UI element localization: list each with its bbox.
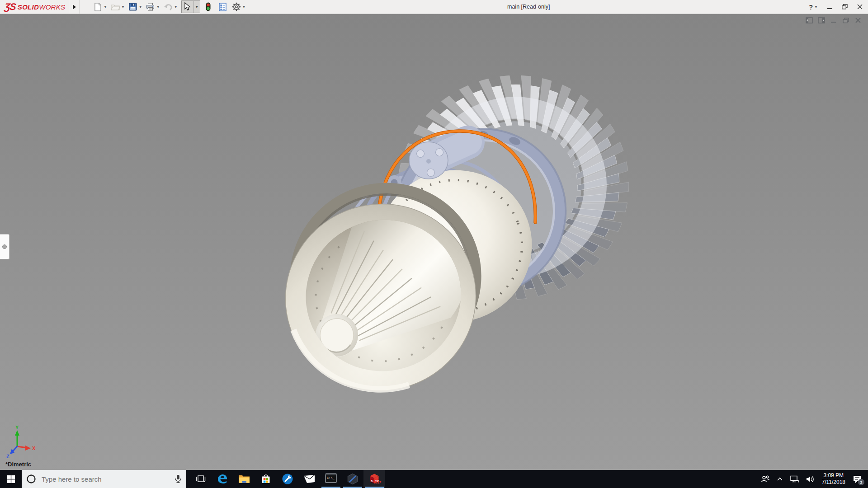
doc-restore-button[interactable] <box>842 17 849 23</box>
close-button[interactable] <box>857 4 863 9</box>
command-prompt-button[interactable]: C:\_ <box>320 470 342 488</box>
new-dropdown[interactable]: ▼ <box>104 5 107 9</box>
help-button[interactable]: ?▼ <box>809 3 818 11</box>
solidworks-window: ƷS SOLID WORKS ▼ ▼ <box>0 0 868 488</box>
save-button[interactable] <box>127 1 138 12</box>
select-dropdown[interactable]: ▼ <box>193 1 200 13</box>
print-button[interactable] <box>145 1 156 12</box>
print-dropdown[interactable]: ▼ <box>156 5 160 9</box>
engine-3d-model[interactable]: Y X Z <box>0 14 868 470</box>
start-button[interactable] <box>0 470 22 488</box>
sw-year-label: 2017 <box>374 481 381 484</box>
clock-date: 7/11/2018 <box>822 479 846 486</box>
microphone-icon[interactable] <box>175 474 182 483</box>
file-explorer-button[interactable] <box>233 470 255 488</box>
mail-button[interactable] <box>298 470 320 488</box>
solidworks-2017-button[interactable]: S W 2017 <box>363 470 385 488</box>
triad-z-label: Z <box>6 454 9 459</box>
document-window-controls <box>806 17 862 23</box>
menu-flyout-button[interactable] <box>69 0 80 14</box>
options-gear-icon <box>232 2 241 11</box>
window-controls: ?▼ <box>809 0 863 14</box>
logo-works-text: WORKS <box>39 3 65 11</box>
hexagon-app-button[interactable] <box>342 470 363 488</box>
file-properties-button[interactable] <box>217 1 228 12</box>
logo-glyph: ƷS <box>4 1 16 12</box>
titlebar: ƷS SOLID WORKS ▼ ▼ <box>0 0 868 14</box>
people-icon <box>761 475 770 483</box>
rebuild-trafficlight-icon <box>206 2 211 11</box>
options-button[interactable] <box>231 1 242 12</box>
restore-icon <box>842 4 848 9</box>
command-prompt-text: C:\_ <box>327 476 335 480</box>
expand-pane-right-button[interactable] <box>818 17 825 23</box>
task-view-icon <box>196 474 206 484</box>
tools-app-icon <box>282 473 293 485</box>
select-button[interactable] <box>182 1 193 12</box>
edge-icon <box>217 473 228 485</box>
edge-button[interactable] <box>212 470 233 488</box>
doc-minimize-button[interactable] <box>830 17 837 23</box>
document-title: main [Read-only] <box>507 0 550 14</box>
hidden-icons-chevron[interactable] <box>774 470 786 488</box>
volume-button[interactable] <box>802 470 818 488</box>
print-icon <box>146 3 155 11</box>
doc-close-button[interactable] <box>854 17 862 23</box>
open-button[interactable] <box>110 1 121 12</box>
flyout-arrow-icon <box>72 5 76 9</box>
options-dropdown[interactable]: ▼ <box>242 5 246 9</box>
mail-icon <box>303 474 315 483</box>
new-document-icon <box>94 3 102 11</box>
windows-logo-icon <box>7 475 15 483</box>
close-icon <box>857 4 863 9</box>
open-folder-icon <box>111 3 120 10</box>
notification-badge: 3 <box>858 479 864 485</box>
chevron-up-icon <box>777 477 783 481</box>
people-button[interactable] <box>757 470 774 488</box>
clock-time: 3:09 PM <box>823 472 844 479</box>
file-explorer-icon <box>238 474 250 484</box>
triad-x-label: X <box>32 446 36 451</box>
save-dropdown[interactable]: ▼ <box>139 5 142 9</box>
flyout-tab-dot-icon <box>2 244 7 249</box>
graphics-viewport: Y X Z *Dimetric <box>0 14 868 470</box>
undo-button[interactable] <box>163 1 174 12</box>
taskbar-search-box[interactable] <box>22 470 186 488</box>
system-tray: 3:09 PM 7/11/2018 3 <box>757 470 868 488</box>
network-icon <box>790 475 799 483</box>
file-properties-icon <box>219 3 226 11</box>
network-button[interactable] <box>786 470 802 488</box>
store-button[interactable] <box>255 470 277 488</box>
volume-icon <box>806 475 815 483</box>
triad-y-label: Y <box>15 425 19 430</box>
solidworks-logo: ƷS SOLID WORKS <box>5 0 65 14</box>
help-dropdown-icon: ▼ <box>814 5 818 9</box>
save-floppy-icon <box>129 3 137 11</box>
sw-letter-s: S <box>371 479 373 483</box>
task-view-button[interactable] <box>190 470 212 488</box>
logo-solid-text: SOLID <box>18 3 39 11</box>
action-center-button[interactable]: 3 <box>849 470 865 488</box>
taskbar-clock[interactable]: 3:09 PM 7/11/2018 <box>818 472 849 486</box>
minimize-icon <box>827 5 832 9</box>
hexagon-app-icon <box>347 473 359 485</box>
windows-taskbar: C:\_ S W 2017 <box>0 470 868 488</box>
feature-manager-flyout-tab[interactable] <box>0 234 9 259</box>
select-tool-group: ▼ <box>181 0 200 13</box>
select-cursor-icon <box>184 2 191 11</box>
open-dropdown[interactable]: ▼ <box>121 5 125 9</box>
new-document-button[interactable] <box>92 1 103 12</box>
expand-pane-left-button[interactable] <box>806 17 813 23</box>
tools-app-button[interactable] <box>277 470 298 488</box>
restore-button[interactable] <box>842 4 848 9</box>
cortana-icon <box>26 474 36 484</box>
quick-access-toolbar: ▼ ▼ ▼ <box>92 0 249 14</box>
search-input[interactable] <box>41 475 170 483</box>
undo-dropdown[interactable]: ▼ <box>174 5 178 9</box>
undo-icon <box>164 4 172 10</box>
view-orientation-label: *Dimetric <box>5 461 31 468</box>
minimize-button[interactable] <box>827 5 832 9</box>
rebuild-button[interactable] <box>203 1 214 12</box>
taskbar-apps: C:\_ S W 2017 <box>190 470 385 488</box>
store-icon <box>260 474 271 484</box>
